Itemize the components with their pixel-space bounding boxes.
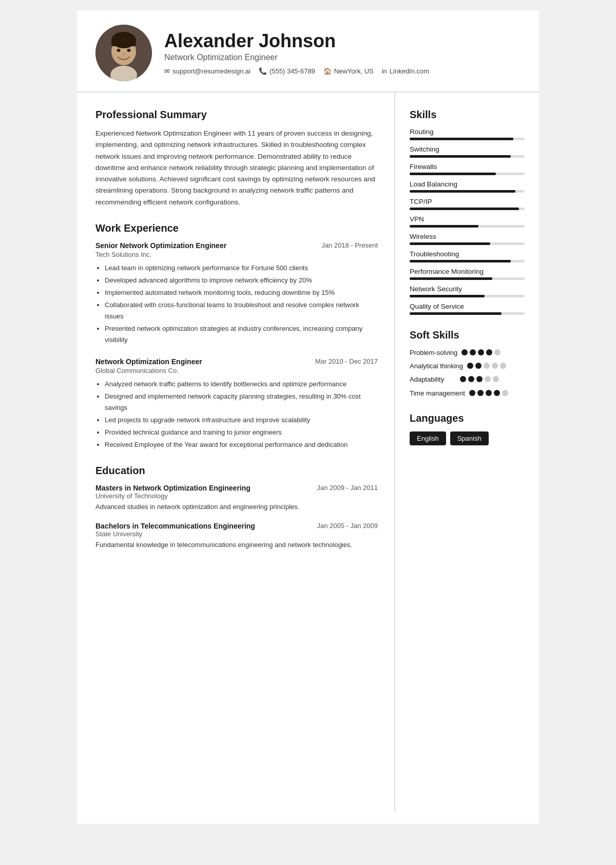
dot-empty	[500, 363, 506, 369]
dots	[467, 363, 506, 369]
skill-item: Switching	[410, 145, 525, 158]
soft-skill-name: Adaptability	[410, 375, 456, 384]
job-header: Network Optimization Engineer Mar 2010 -…	[95, 358, 378, 366]
body: Professional Summary Experienced Network…	[77, 92, 539, 812]
skill-bar-bg	[410, 277, 525, 280]
svg-rect-4	[111, 39, 136, 46]
skill-bar-fill	[410, 277, 492, 280]
dot-empty	[494, 349, 500, 355]
skill-name: Troubleshooting	[410, 250, 525, 258]
education-section: Education Masters in Network Optimizatio…	[95, 465, 378, 551]
skill-bar-fill	[410, 260, 511, 262]
edu-desc: Advanced studies in network optimization…	[95, 502, 378, 513]
edu-degree: Masters in Network Optimization Engineer…	[95, 484, 251, 492]
soft-skill-name: Time management	[410, 389, 465, 398]
bullet-item: Presented network optimization strategie…	[105, 323, 378, 346]
language-badge: English	[410, 431, 446, 445]
linkedin-icon: in	[382, 67, 387, 75]
skill-bar-bg	[410, 260, 525, 262]
skill-bar-bg	[410, 173, 525, 175]
soft-skills-list: Problem-solving Analytical thinking Adap…	[410, 348, 525, 398]
job-title: Senior Network Optimization Engineer	[95, 241, 226, 250]
edu-school: State University	[95, 530, 378, 538]
edu-date: Jan 2009 - Jan 2011	[317, 484, 378, 492]
skills-section: Skills Routing Switching Firewalls Load …	[410, 109, 525, 315]
education-title: Education	[95, 465, 378, 477]
job-item: Senior Network Optimization Engineer Jan…	[95, 241, 378, 346]
skill-item: Quality of Service	[410, 303, 525, 315]
job-title: Network Optimization Engineer	[95, 358, 202, 366]
contact-location: 🏠 NewYork, US	[323, 67, 374, 75]
right-column: Skills Routing Switching Firewalls Load …	[395, 92, 539, 812]
skill-item: Performance Monitoring	[410, 268, 525, 280]
skill-bar-bg	[410, 138, 525, 140]
work-experience-section: Work Experience Senior Network Optimizat…	[95, 222, 378, 450]
location-icon: 🏠	[323, 67, 332, 75]
skill-bar-fill	[410, 155, 511, 158]
dots	[461, 349, 500, 355]
email-icon: ✉	[164, 67, 170, 75]
skill-bar-bg	[410, 225, 525, 228]
skill-name: Load Balancing	[410, 180, 525, 188]
edu-school: University of Technology	[95, 492, 378, 500]
avatar	[95, 25, 152, 81]
soft-skill-item: Adaptability	[410, 375, 525, 384]
lang-badges: EnglishSpanish	[410, 431, 525, 445]
soft-skill-item: Problem-solving	[410, 348, 525, 358]
bullet-item: Collaborated with cross-functional teams…	[105, 299, 378, 322]
summary-title: Professional Summary	[95, 109, 378, 121]
soft-skill-item: Analytical thinking	[410, 362, 525, 371]
edu-item: Bachelors in Telecommunications Engineer…	[95, 522, 378, 551]
dot-empty	[484, 363, 490, 369]
bullet-item: Received Employee of the Year award for …	[105, 439, 378, 450]
summary-text: Experienced Network Optimization Enginee…	[95, 128, 378, 208]
dot-filled	[468, 376, 474, 382]
skill-name: Network Security	[410, 285, 525, 293]
job-company: Tech Solutions Inc.	[95, 251, 378, 258]
job-date: Mar 2010 - Dec 2017	[315, 358, 378, 365]
contact-email: ✉ support@resumedesign.ai	[164, 67, 251, 75]
resume-container: Alexander Johnson Network Optimization E…	[77, 10, 539, 824]
contact-linkedin: in LinkedIn.com	[382, 67, 429, 75]
skill-name: Performance Monitoring	[410, 268, 525, 275]
edu-item: Masters in Network Optimization Engineer…	[95, 484, 378, 513]
dot-empty	[493, 376, 499, 382]
header-info: Alexander Johnson Network Optimization E…	[164, 31, 521, 76]
skill-item: Routing	[410, 128, 525, 140]
language-badge: Spanish	[450, 431, 489, 445]
job-bullets: Analyzed network traffic patterns to ide…	[95, 379, 378, 451]
svg-point-7	[122, 53, 125, 55]
job-header: Senior Network Optimization Engineer Jan…	[95, 241, 378, 250]
dot-filled	[478, 349, 484, 355]
skill-item: Troubleshooting	[410, 250, 525, 262]
bullet-item: Developed advanced algorithms to improve…	[105, 275, 378, 286]
skill-name: Firewalls	[410, 163, 525, 171]
skill-bar-bg	[410, 190, 525, 193]
bullet-item: Analyzed network traffic patterns to ide…	[105, 379, 378, 390]
job-item: Network Optimization Engineer Mar 2010 -…	[95, 358, 378, 451]
phone-icon: 📞	[259, 67, 267, 75]
skill-name: Quality of Service	[410, 303, 525, 310]
skill-bar-bg	[410, 242, 525, 245]
skill-item: Firewalls	[410, 163, 525, 175]
skill-item: VPN	[410, 215, 525, 228]
svg-point-6	[127, 49, 131, 52]
work-experience-title: Work Experience	[95, 222, 378, 234]
skill-item: TCP/IP	[410, 198, 525, 210]
skill-item: Wireless	[410, 233, 525, 245]
candidate-title: Network Optimization Engineer	[164, 53, 521, 62]
candidate-name: Alexander Johnson	[164, 31, 521, 51]
soft-skill-name: Problem-solving	[410, 348, 457, 358]
contact-phone: 📞 (555) 345-6789	[259, 67, 315, 75]
skill-name: Routing	[410, 128, 525, 136]
bullet-item: Provided technical guidance and training…	[105, 427, 378, 438]
header: Alexander Johnson Network Optimization E…	[77, 10, 539, 92]
edu-header: Bachelors in Telecommunications Engineer…	[95, 522, 378, 530]
dot-filled	[467, 363, 473, 369]
dot-empty	[492, 363, 498, 369]
bullet-item: Implemented automated network monitoring…	[105, 287, 378, 298]
skill-bar-bg	[410, 312, 525, 315]
skill-bar-fill	[410, 208, 519, 210]
skill-bar-fill	[410, 295, 485, 297]
dot-filled	[475, 363, 482, 369]
